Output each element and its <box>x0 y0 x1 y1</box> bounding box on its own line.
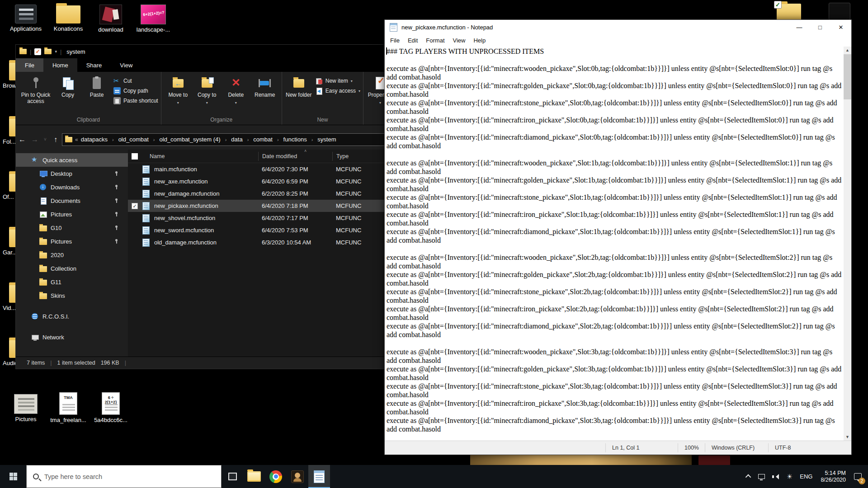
desktop-icon[interactable] <box>819 3 860 22</box>
ribbon-button-easy-access[interactable]: Easy access▾ <box>316 87 360 94</box>
file-explorer-icon <box>247 471 261 482</box>
sidebar-item-quick-access[interactable]: Quick access <box>16 153 128 167</box>
tab-view[interactable]: View <box>111 58 142 72</box>
breadcrumb-item[interactable]: data <box>231 136 242 143</box>
desktop-icon[interactable]: Pictures <box>5 394 46 422</box>
ribbon-button-paste[interactable]: Paste <box>83 74 111 112</box>
sidebar-item-2020[interactable]: 2020 <box>16 248 128 262</box>
start-button[interactable] <box>0 465 26 488</box>
recent-locations-icon[interactable]: ˅ <box>41 137 49 142</box>
sidebar-item-g10[interactable]: G10 <box>16 221 128 235</box>
doc-icon <box>39 197 47 205</box>
desktop-icon[interactable]: 6+2(1+2)=?landscape-... <box>133 5 174 33</box>
scroll-down-icon[interactable]: ▼ <box>844 433 851 441</box>
sidebar-item-label: 2020 <box>51 252 64 258</box>
action-center-button[interactable]: 2 <box>850 465 868 488</box>
desktop-icon[interactable]: Konaticons <box>48 5 89 32</box>
mcfunction-file-icon <box>142 202 150 210</box>
quick-access-toolbar-dropdown-icon[interactable]: ▾ <box>55 49 57 54</box>
breadcrumb-item[interactable]: combat <box>253 136 273 143</box>
taskbar-app-file-explorer[interactable] <box>243 465 265 488</box>
ribbon-group-clipboard: Pin to Quick accessCopyPaste✂CutCopy pat… <box>16 72 161 125</box>
tray-display-button[interactable] <box>755 465 769 488</box>
easyaccess-icon <box>316 87 323 94</box>
mcfunction-file-icon <box>142 178 150 186</box>
menu-edit[interactable]: Edit <box>404 37 422 44</box>
language-indicator[interactable]: ENG <box>796 465 816 488</box>
desktop-icon[interactable]: TMAtma_freelan... <box>48 392 89 423</box>
notepad-text-area[interactable]: ### TAG PLAYERS WITH UNPROCESSED ITEMSex… <box>385 47 844 441</box>
sidebar-item-r-c-o-s-i-[interactable]: R.C.O.S.I. <box>16 310 128 323</box>
ribbon-button-rename[interactable]: Rename <box>251 74 279 112</box>
sidebar-item-label: Documents <box>51 197 80 204</box>
tab-share[interactable]: Share <box>77 58 111 72</box>
breadcrumb-item[interactable]: old_combat <box>118 136 149 143</box>
text-line: execute as @a[nbt={Inventory:[{id:"minec… <box>387 176 843 193</box>
close-button[interactable]: ✕ <box>830 20 851 34</box>
quick-access-toolbar-newfolder-icon[interactable] <box>44 49 52 54</box>
sidebar-item-network[interactable]: Network <box>16 330 128 344</box>
ribbon-button-copy-to[interactable]: Copy to▾ <box>193 74 221 112</box>
sidebar-item-g11[interactable]: G11 <box>16 275 128 289</box>
ribbon-button-new-folder[interactable]: New folder <box>285 74 313 112</box>
taskbar-app-notepad[interactable] <box>308 465 330 488</box>
address-overflow-chevron[interactable]: « <box>75 136 78 143</box>
column-header-name[interactable]: Name <box>150 153 258 160</box>
clock[interactable]: 5:14 PM 8/26/2020 <box>816 470 850 483</box>
maximize-button[interactable]: □ <box>810 20 830 34</box>
tab-home[interactable]: Home <box>43 58 77 72</box>
sidebar-item-pictures[interactable]: Pictures <box>16 235 128 248</box>
ribbon-button-new-item[interactable]: New item▾ <box>316 77 360 84</box>
notepad-icon <box>314 470 325 483</box>
tray-volume-button[interactable] <box>769 465 783 488</box>
menu-view[interactable]: View <box>449 37 470 44</box>
ribbon-button-move-to[interactable]: ←Move to▾ <box>164 74 192 112</box>
ribbon-button-label: Copy <box>61 92 74 98</box>
ribbon-button-pin-to-quick-access[interactable]: Pin to Quick access <box>19 74 53 112</box>
tray-brightness-button[interactable]: ☀ <box>783 465 796 488</box>
ribbon-button-delete[interactable]: ✕Delete▾ <box>222 74 250 112</box>
taskbar-search[interactable]: Type here to search <box>26 465 222 488</box>
sidebar-item-skins[interactable]: Skins <box>16 289 128 302</box>
vertical-scrollbar[interactable]: ▲ ▼ <box>844 47 851 441</box>
desktop-icon[interactable]: Applications <box>5 5 46 32</box>
up-button[interactable]: ↑ <box>49 136 62 144</box>
taskbar-app-chrome[interactable] <box>265 465 287 488</box>
taskbar-app-image-app[interactable] <box>287 465 308 488</box>
sidebar-item-collection[interactable]: Collection <box>16 262 128 275</box>
scroll-up-icon[interactable]: ▲ <box>844 47 851 54</box>
sidebar-item-pictures[interactable]: Pictures <box>16 207 128 221</box>
breadcrumb-item[interactable]: system <box>317 136 336 143</box>
select-all-checkbox[interactable] <box>132 153 138 160</box>
breadcrumb-item[interactable]: old_combat_system (4) <box>160 136 221 143</box>
menu-file[interactable]: File <box>386 37 404 44</box>
ribbon-button-copy[interactable]: Copy <box>54 74 82 112</box>
desktop-icon[interactable]: download <box>90 5 131 33</box>
sidebar-item-documents[interactable]: Documents <box>16 194 128 207</box>
text-line: execute as @a[nbt={Inventory:[{id:"minec… <box>387 193 843 210</box>
ribbon-button-cut[interactable]: ✂Cut <box>113 77 158 84</box>
forward-button[interactable]: → <box>28 136 41 144</box>
scrollbar-thumb[interactable] <box>844 54 851 99</box>
minimize-button[interactable]: — <box>789 20 810 34</box>
cut-icon: ✂ <box>113 77 121 84</box>
back-button[interactable]: ← <box>16 136 28 144</box>
row-checkbox[interactable]: ✓ <box>132 203 138 209</box>
desktop-icon[interactable]: 6 ÷ 2(1+2)5a4bdcc6c... <box>90 392 131 423</box>
quick-access-toolbar-properties-icon[interactable]: ✓ <box>34 48 41 55</box>
column-header-date[interactable]: Date modified <box>258 152 332 161</box>
menu-format[interactable]: Format <box>422 37 448 44</box>
task-view-icon <box>228 473 237 480</box>
breadcrumb-item[interactable]: functions <box>283 136 307 143</box>
ribbon-button-copy-path[interactable]: Copy path <box>113 87 158 94</box>
ribbon-button-paste-shortcut[interactable]: Paste shortcut <box>113 97 158 104</box>
notepad-titlebar[interactable]: new_pickaxe.mcfunction - Notepad — □ ✕ <box>385 20 851 34</box>
thumbnail-text: 6 ÷ 2(1+2) <box>102 395 119 404</box>
tab-file[interactable]: File <box>16 58 43 72</box>
task-view-button[interactable] <box>222 465 243 488</box>
tray-overflow-button[interactable] <box>743 465 755 488</box>
sidebar-item-desktop[interactable]: Desktop <box>16 167 128 180</box>
sidebar-item-downloads[interactable]: Downloads <box>16 180 128 194</box>
menu-help[interactable]: Help <box>469 37 490 44</box>
breadcrumb-item[interactable]: datapacks <box>81 136 108 143</box>
